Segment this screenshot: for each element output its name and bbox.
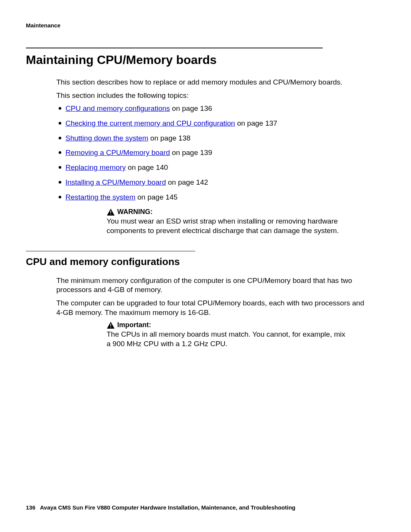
- page-title: Maintaining CPU/Memory boards: [26, 53, 367, 67]
- list-item: Installing a CPU/Memory board on page 14…: [56, 178, 367, 187]
- warning-label: WARNING:: [117, 208, 153, 216]
- list-item: Replacing memory on page 140: [56, 163, 367, 173]
- xref-suffix: on page 136: [170, 104, 212, 112]
- xref-suffix: on page 137: [235, 119, 277, 127]
- svg-rect-1: [110, 211, 111, 213]
- important-text: The CPUs in all memory boards must match…: [107, 330, 350, 348]
- xref-link[interactable]: Removing a CPU/Memory board: [65, 149, 170, 157]
- list-item: Checking the current memory and CPU conf…: [56, 119, 367, 128]
- list-item: Restarting the system on page 145: [56, 193, 367, 202]
- page-footer: 136Avaya CMS Sun Fire V880 Computer Hard…: [26, 504, 295, 511]
- body-paragraph: The minimum memory configuration of the …: [56, 276, 367, 295]
- svg-rect-4: [110, 324, 111, 326]
- important-label: Important:: [117, 321, 151, 329]
- warning-icon: [107, 321, 115, 329]
- page-number: 136: [26, 504, 35, 511]
- xref-suffix: on page 138: [148, 134, 191, 142]
- xref-link[interactable]: Restarting the system: [65, 193, 135, 201]
- section-rule: [26, 48, 323, 48]
- list-item: Shutting down the system on page 138: [56, 134, 367, 143]
- xref-link[interactable]: Replacing memory: [65, 163, 126, 171]
- xref-link[interactable]: Shutting down the system: [65, 134, 148, 142]
- xref-link[interactable]: CPU and memory configurations: [65, 104, 170, 112]
- list-item: Removing a CPU/Memory board on page 139: [56, 148, 367, 158]
- svg-rect-2: [110, 214, 111, 214]
- warning-icon: [107, 208, 115, 216]
- body-paragraph: The computer can be upgraded to four tot…: [56, 299, 367, 317]
- subsection-rule: [26, 251, 195, 251]
- xref-link[interactable]: Checking the current memory and CPU conf…: [65, 119, 235, 127]
- xref-suffix: on page 145: [135, 193, 178, 201]
- intro-paragraph: This section describes how to replace or…: [56, 78, 367, 87]
- xref-suffix: on page 142: [166, 178, 208, 186]
- xref-suffix: on page 140: [126, 163, 168, 171]
- running-header: Maintenance: [26, 22, 367, 29]
- subsection-title: CPU and memory configurations: [26, 256, 367, 268]
- xref-link[interactable]: Installing a CPU/Memory board: [65, 178, 166, 186]
- topic-list: CPU and memory configurations on page 13…: [56, 104, 367, 202]
- list-item: CPU and memory configurations on page 13…: [56, 104, 367, 113]
- xref-suffix: on page 139: [170, 149, 212, 157]
- svg-rect-5: [110, 327, 111, 328]
- warning-block: WARNING: You must wear an ESD wrist stra…: [107, 208, 367, 235]
- topics-lead: This section includes the following topi…: [56, 91, 367, 101]
- footer-title: Avaya CMS Sun Fire V880 Computer Hardwar…: [40, 504, 295, 511]
- important-block: Important: The CPUs in all memory boards…: [107, 321, 367, 348]
- warning-text: You must wear an ESD wrist strap when in…: [107, 217, 350, 235]
